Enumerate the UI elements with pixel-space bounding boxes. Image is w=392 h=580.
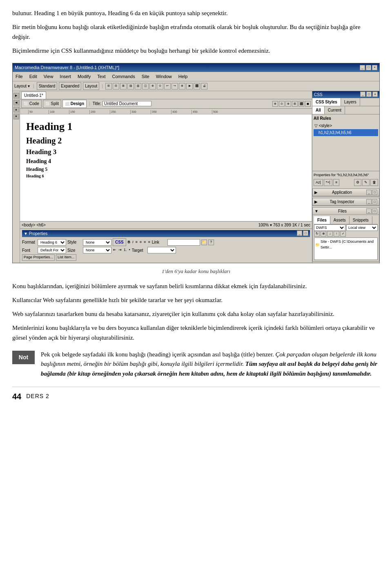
list-item-btn[interactable]: List Item... [56,254,76,261]
css-rule-style[interactable]: ▽ <style> [314,122,378,129]
outdent-btn[interactable]: ⇥ [118,247,122,253]
files-tab[interactable]: Files [314,216,330,224]
code-view-btn[interactable]: ⬜ Code [21,100,42,108]
css-asterisk-btn[interactable]: *+| [324,179,332,186]
title-field-input[interactable] [102,101,151,106]
list-ul-btn[interactable]: • [129,247,130,253]
view-toolbar-icon-4[interactable]: ⊞ [292,101,298,107]
menu-window[interactable]: Window [155,73,173,81]
view-select[interactable]: Local view [346,224,378,231]
files-put-btn[interactable]: ↑ [334,231,339,237]
design-view-btn[interactable]: ⬜ Design [62,100,87,108]
toolbar-icon-9[interactable]: ↩ [164,83,171,90]
maximize-button[interactable]: □ [366,65,371,70]
tag-max-btn[interactable]: □ [372,199,377,204]
link-input[interactable] [167,239,200,246]
toolbar-icon-12[interactable]: ▶ [186,83,193,90]
font-select[interactable]: Default Font [38,247,66,253]
menu-modify[interactable]: Modify [76,73,92,81]
menu-insert[interactable]: Insert [58,73,72,81]
css-min-btn[interactable]: _ [360,92,365,97]
help-icon[interactable]: ? [208,240,214,245]
props-min-btn[interactable]: _ [297,231,302,236]
view-toolbar-icon-3[interactable]: ⊗ [285,101,291,107]
dw-canvas[interactable]: Heading 1 Heading 2 Heading 3 Heading 4 … [20,114,312,222]
css-styles-tab[interactable]: CSS Styles [312,98,341,106]
menu-edit[interactable]: Edit [28,73,38,81]
toolbar-icon-11[interactable]: ⊗ [179,83,185,90]
view-toolbar-icon-1[interactable]: ⊕ [272,101,278,107]
css-delete-btn[interactable]: 🗑 [370,179,378,186]
toolbar-icon-8[interactable]: ⊙ [157,83,163,90]
toolbar-icon-5[interactable]: ▥ [135,83,141,90]
menu-site[interactable]: Site [140,73,151,81]
site-tree[interactable]: Site - DWFS (C:\Documents and Settir... [314,237,378,260]
menu-text[interactable]: Text [96,73,107,81]
toolbar-icon-10[interactable]: ↪ [172,83,178,90]
toolbar-icon-4[interactable]: ▤ [127,83,134,90]
site-select[interactable]: DWFS [314,224,345,231]
minimize-button[interactable]: _ [360,65,365,70]
menu-view[interactable]: View [42,73,55,81]
toolbar-icon-2[interactable]: ⊟ [113,83,119,90]
files-get-btn[interactable]: ↓ [327,231,333,237]
left-panel-icon-4[interactable]: ▼ [13,114,19,119]
site-root-item[interactable]: Site - DWFS (C:\Documents and Settir... [315,239,376,251]
standard-btn[interactable]: Standard [37,82,58,90]
files-max-btn[interactable]: □ [372,208,377,214]
css-gear-btn[interactable]: ⚙ [354,179,361,186]
left-panel-icon-3[interactable]: ▲ [13,107,19,112]
tag-inspector-header[interactable]: ▶ Tag Inspector _ □ [313,198,379,206]
files-checkin-btn[interactable]: ✓ [340,231,346,237]
toolbar-icon-13[interactable]: ⬛ [194,83,200,90]
style-select[interactable]: None [83,239,111,246]
css-close-btn[interactable]: × [372,92,378,97]
files-panel-header[interactable]: ▼ Files _ □ [313,208,379,215]
close-button[interactable]: × [372,65,377,70]
page-properties-btn[interactable]: Page Properties... [22,254,55,261]
align-left-btn[interactable]: ≡ [136,240,138,245]
left-panel-icon-1[interactable]: ▶ [13,93,19,99]
css-list-btn[interactable]: ≡ [333,179,339,186]
list-ol-btn[interactable]: 1. [124,247,127,253]
files-connect-btn[interactable]: ⊕ [321,231,326,237]
menu-help[interactable]: Help [177,73,189,81]
app-max-btn[interactable]: □ [372,190,377,195]
indent-btn[interactable]: ⇤ [113,247,116,253]
expanded-btn[interactable]: Expanded [59,82,81,90]
toolbar-icon-6[interactable]: ◫ [142,83,149,90]
current-tab[interactable]: Current [325,106,345,114]
css-az-btn[interactable]: Az| [314,179,323,186]
css-button[interactable]: CSS [113,238,126,246]
files-refresh-btn[interactable]: ↻ [314,231,320,237]
layers-tab[interactable]: Layers [341,98,360,106]
align-center-btn[interactable]: ≡ [140,240,142,245]
props-max-btn[interactable]: □ [303,231,308,236]
view-toolbar-icon-6[interactable]: ◼ [305,101,311,107]
toolbar-icon-7[interactable]: ⊕ [149,83,156,90]
align-right-btn[interactable]: ≡ [144,240,146,245]
css-max-btn[interactable]: □ [366,92,372,97]
toolbar-icon-3[interactable]: ⊠ [120,83,127,90]
view-toolbar-icon-5[interactable]: ⬛ [298,101,304,107]
size-select[interactable]: None [83,247,111,253]
application-panel-header[interactable]: ▶ Application _ □ [313,189,379,196]
dw-doc-tab-untitled[interactable]: Untitled-1* [21,92,46,99]
css-rule-h-selector[interactable]: h1,h2,h3,h4,h5,h6 [314,129,378,136]
link-browse-btn[interactable]: 📁 [201,240,207,245]
split-view-btn[interactable]: ⬜ Split [43,100,61,108]
align-justify-btn[interactable]: ≡ [148,240,150,245]
files-min-btn[interactable]: _ [366,208,372,214]
italic-btn[interactable]: I [132,240,134,245]
assets-tab[interactable]: Assets [330,216,350,224]
left-panel-icon-2[interactable]: ◀ [13,100,19,105]
target-select[interactable] [147,247,176,253]
menu-file[interactable]: File [14,73,24,81]
toolbar-icon-1[interactable]: ⊞ [105,83,112,90]
view-toolbar-icon-2[interactable]: ⊙ [279,101,285,107]
format-select[interactable]: Heading 6 [38,239,66,246]
layout-btn[interactable]: Layout [83,82,99,90]
snippets-tab[interactable]: Snippets [350,216,372,224]
app-min-btn[interactable]: _ [366,190,372,195]
css-edit-btn[interactable]: ✎ [362,179,370,186]
